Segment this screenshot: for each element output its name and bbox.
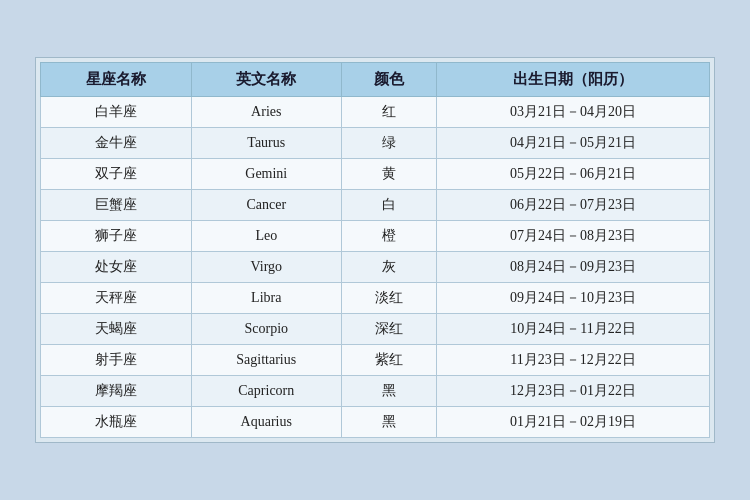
table-row: 白羊座Aries红03月21日－04月20日: [41, 97, 710, 128]
table-row: 天蝎座Scorpio深红10月24日－11月22日: [41, 314, 710, 345]
cell-english-name: Cancer: [191, 190, 342, 221]
cell-color: 红: [342, 97, 437, 128]
cell-english-name: Gemini: [191, 159, 342, 190]
header-color: 颜色: [342, 63, 437, 97]
cell-dates: 10月24日－11月22日: [436, 314, 709, 345]
table-row: 摩羯座Capricorn黑12月23日－01月22日: [41, 376, 710, 407]
table-row: 金牛座Taurus绿04月21日－05月21日: [41, 128, 710, 159]
cell-chinese-name: 巨蟹座: [41, 190, 192, 221]
table-row: 天秤座Libra淡红09月24日－10月23日: [41, 283, 710, 314]
table-row: 狮子座Leo橙07月24日－08月23日: [41, 221, 710, 252]
table-row: 双子座Gemini黄05月22日－06月21日: [41, 159, 710, 190]
cell-english-name: Aquarius: [191, 407, 342, 438]
cell-chinese-name: 天秤座: [41, 283, 192, 314]
cell-color: 深红: [342, 314, 437, 345]
cell-dates: 12月23日－01月22日: [436, 376, 709, 407]
cell-dates: 11月23日－12月22日: [436, 345, 709, 376]
cell-color: 黄: [342, 159, 437, 190]
table-header-row: 星座名称 英文名称 颜色 出生日期（阳历）: [41, 63, 710, 97]
header-english-name: 英文名称: [191, 63, 342, 97]
cell-chinese-name: 水瓶座: [41, 407, 192, 438]
table-row: 处女座Virgo灰08月24日－09月23日: [41, 252, 710, 283]
cell-english-name: Taurus: [191, 128, 342, 159]
table-body: 白羊座Aries红03月21日－04月20日金牛座Taurus绿04月21日－0…: [41, 97, 710, 438]
cell-chinese-name: 射手座: [41, 345, 192, 376]
table-row: 巨蟹座Cancer白06月22日－07月23日: [41, 190, 710, 221]
cell-dates: 06月22日－07月23日: [436, 190, 709, 221]
cell-english-name: Capricorn: [191, 376, 342, 407]
cell-chinese-name: 双子座: [41, 159, 192, 190]
header-dates: 出生日期（阳历）: [436, 63, 709, 97]
cell-color: 橙: [342, 221, 437, 252]
table-row: 射手座Sagittarius紫红11月23日－12月22日: [41, 345, 710, 376]
cell-color: 灰: [342, 252, 437, 283]
cell-color: 淡红: [342, 283, 437, 314]
cell-chinese-name: 处女座: [41, 252, 192, 283]
cell-chinese-name: 金牛座: [41, 128, 192, 159]
cell-chinese-name: 摩羯座: [41, 376, 192, 407]
cell-chinese-name: 狮子座: [41, 221, 192, 252]
cell-english-name: Libra: [191, 283, 342, 314]
zodiac-table-container: 星座名称 英文名称 颜色 出生日期（阳历） 白羊座Aries红03月21日－04…: [35, 57, 715, 443]
cell-dates: 07月24日－08月23日: [436, 221, 709, 252]
cell-dates: 05月22日－06月21日: [436, 159, 709, 190]
cell-english-name: Leo: [191, 221, 342, 252]
cell-english-name: Aries: [191, 97, 342, 128]
cell-color: 黑: [342, 376, 437, 407]
cell-color: 紫红: [342, 345, 437, 376]
cell-english-name: Virgo: [191, 252, 342, 283]
cell-dates: 01月21日－02月19日: [436, 407, 709, 438]
cell-chinese-name: 天蝎座: [41, 314, 192, 345]
cell-english-name: Sagittarius: [191, 345, 342, 376]
header-chinese-name: 星座名称: [41, 63, 192, 97]
cell-chinese-name: 白羊座: [41, 97, 192, 128]
zodiac-table: 星座名称 英文名称 颜色 出生日期（阳历） 白羊座Aries红03月21日－04…: [40, 62, 710, 438]
table-row: 水瓶座Aquarius黑01月21日－02月19日: [41, 407, 710, 438]
cell-color: 白: [342, 190, 437, 221]
cell-dates: 03月21日－04月20日: [436, 97, 709, 128]
cell-dates: 09月24日－10月23日: [436, 283, 709, 314]
cell-dates: 08月24日－09月23日: [436, 252, 709, 283]
cell-color: 黑: [342, 407, 437, 438]
cell-color: 绿: [342, 128, 437, 159]
cell-dates: 04月21日－05月21日: [436, 128, 709, 159]
cell-english-name: Scorpio: [191, 314, 342, 345]
